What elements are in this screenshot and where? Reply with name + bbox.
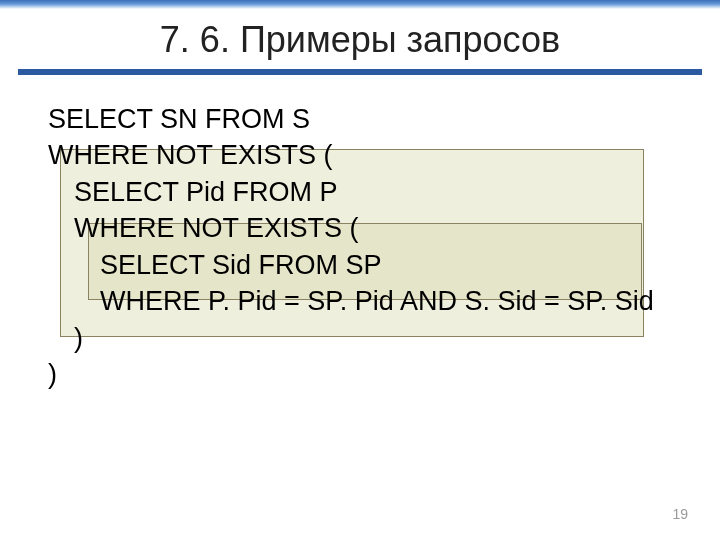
- kw-select: SELECT: [48, 104, 160, 134]
- kw-select: SELECT: [74, 177, 186, 207]
- kw-where-not-exists: WHERE NOT EXISTS: [74, 213, 350, 243]
- paren-close-1: ): [74, 323, 83, 353]
- col-sn: SN: [160, 104, 205, 134]
- code-line-2: WHERE NOT EXISTS (: [48, 137, 680, 173]
- kw-from: FROM: [259, 250, 346, 280]
- paren-close-2: ): [48, 359, 57, 389]
- slide-title: 7. 6. Примеры запросов: [0, 9, 720, 69]
- col-pid: Pid: [186, 177, 233, 207]
- kw-select: SELECT: [100, 250, 212, 280]
- code-line-6: WHERE P. Pid = SP. Pid AND S. Sid = SP. …: [48, 283, 680, 319]
- code-line-4: WHERE NOT EXISTS (: [48, 210, 680, 246]
- page-number: 19: [672, 506, 688, 522]
- code-line-7: ): [48, 320, 680, 356]
- code-line-5: SELECT Sid FROM SP: [48, 247, 680, 283]
- code-line-8: ): [48, 356, 680, 392]
- tbl-p: P: [320, 177, 338, 207]
- cond-2: S. Sid = SP. Sid: [464, 286, 653, 316]
- code-line-1: SELECT SN FROM S: [48, 101, 680, 137]
- code-line-3: SELECT Pid FROM P: [48, 174, 680, 210]
- col-sid: Sid: [212, 250, 259, 280]
- tbl-sp: SP: [346, 250, 382, 280]
- slide-header: 7. 6. Примеры запросов: [0, 0, 720, 75]
- kw-from: FROM: [205, 104, 292, 134]
- gradient-bar: [0, 0, 720, 9]
- kw-and: AND: [400, 286, 465, 316]
- kw-where-not-exists: WHERE NOT EXISTS: [48, 140, 324, 170]
- kw-where: WHERE: [100, 286, 208, 316]
- code-block: SELECT SN FROM S WHERE NOT EXISTS ( SELE…: [0, 75, 720, 393]
- tbl-s: S: [292, 104, 310, 134]
- kw-from: FROM: [233, 177, 320, 207]
- paren-open-1: (: [324, 140, 333, 170]
- paren-open-2: (: [350, 213, 359, 243]
- cond-1: P. Pid = SP. Pid: [208, 286, 400, 316]
